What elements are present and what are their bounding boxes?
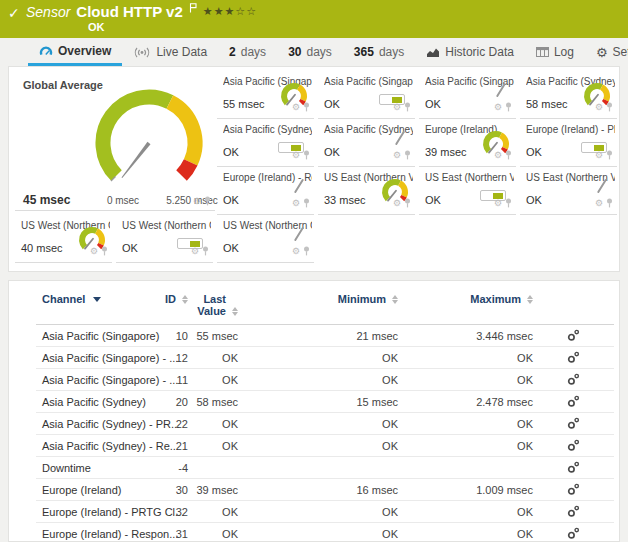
gear-icon[interactable]: ⚙	[191, 247, 199, 256]
pin-icon[interactable]	[404, 102, 411, 112]
gear-icon[interactable]: ⚙	[494, 199, 502, 208]
gear-icon[interactable]: ⚙	[393, 103, 401, 112]
channel-tile[interactable]: Asia Pacific (Singapore) 55 msec ⚙	[217, 71, 314, 119]
table-row: Europe (Ireland) - Respon... 31 OK OK OK	[36, 523, 614, 542]
cell-channel[interactable]: Asia Pacific (Sydney) - PR...	[36, 418, 148, 430]
channel-tile[interactable]: Asia Pacific (Sydney) - PRTG ... OK ⚙	[217, 119, 314, 167]
pin-icon[interactable]	[101, 246, 108, 256]
channel-settings-icon[interactable]	[567, 329, 580, 342]
channel-tile[interactable]: US East (Northern Virginia) 33 msec ⚙	[318, 167, 415, 215]
priority-stars[interactable]: ★★★☆☆	[203, 5, 257, 18]
tab-30-days[interactable]: 30 days	[277, 38, 343, 66]
cell-channel[interactable]: Europe (Ireland)	[36, 484, 148, 496]
pin-icon[interactable]	[404, 150, 411, 160]
header-id[interactable]: ID	[148, 293, 188, 305]
tab-log[interactable]: Log	[525, 38, 585, 66]
channel-settings-icon[interactable]	[567, 505, 580, 518]
cell-maximum: OK	[398, 506, 533, 518]
channel-tile[interactable]: Asia Pacific (Sydney) - Respo... OK ⚙	[318, 119, 415, 167]
channel-tile-title: US West (Northern California)...	[122, 220, 211, 231]
cell-channel[interactable]: Asia Pacific (Singapore) - ...	[36, 352, 148, 364]
tab-365-days[interactable]: 365 days	[343, 38, 415, 66]
tab-2-days[interactable]: 2 days	[218, 38, 277, 66]
channel-settings-icon[interactable]	[567, 373, 580, 386]
channel-tile[interactable]: Asia Pacific (Singapore) - PR... OK ⚙	[318, 71, 415, 119]
pin-icon[interactable]	[505, 102, 512, 112]
pin-icon[interactable]	[303, 150, 310, 160]
channel-settings-icon[interactable]	[567, 483, 580, 496]
cell-channel[interactable]: Asia Pacific (Singapore) - ...	[36, 374, 148, 386]
gear-icon[interactable]: ⚙	[595, 151, 603, 160]
main-gauge-tile[interactable]: Global Average 0 msec 5.250 msec 45 msec…	[15, 71, 215, 211]
pin-icon[interactable]	[303, 246, 310, 256]
pin-icon[interactable]	[303, 102, 310, 112]
channel-tile[interactable]: Asia Pacific (Singapore) - Res... OK ⚙	[419, 71, 516, 119]
channel-tile[interactable]: Europe (Ireland) - Response C... OK ⚙	[217, 167, 314, 215]
broadcast-icon	[133, 47, 151, 58]
channel-tile[interactable]: US East (Northern Virginia) - ... OK ⚙	[520, 167, 617, 215]
cell-channel[interactable]: Europe (Ireland) - Respon...	[36, 528, 148, 540]
gear-icon[interactable]: ⚙	[494, 151, 502, 160]
header-last-value[interactable]: Last Value	[188, 293, 238, 317]
gear-icon[interactable]: ⚙	[292, 199, 300, 208]
channel-tile-value: OK	[223, 194, 239, 206]
cell-last-value: OK	[188, 418, 238, 430]
channel-tile-title: US West (Northern California)...	[223, 220, 312, 231]
channel-tile-value: 39 msec	[425, 146, 467, 158]
tab-log-label: Log	[554, 45, 574, 59]
gear-icon[interactable]: ⚙	[393, 151, 401, 160]
cell-channel[interactable]: Europe (Ireland) - PRTG Cl...	[36, 506, 148, 518]
pin-icon[interactable]	[505, 198, 512, 208]
gear-icon[interactable]: ⚙	[595, 103, 603, 112]
pin-icon[interactable]	[204, 196, 211, 206]
channel-settings-icon[interactable]	[567, 417, 580, 430]
gear-icon[interactable]: ⚙	[393, 199, 401, 208]
tab-historic-data[interactable]: Historic Data	[415, 38, 525, 66]
gear-icon[interactable]: ⚙	[595, 199, 603, 208]
channel-tile[interactable]: US East (Northern Virginia) - ... OK ⚙	[419, 167, 516, 215]
channel-settings-icon[interactable]	[567, 461, 580, 474]
cell-channel[interactable]: Asia Pacific (Sydney) - Re...	[36, 440, 148, 452]
channel-settings-icon[interactable]	[567, 395, 580, 408]
gear-icon[interactable]: ⚙	[292, 247, 300, 256]
gear-icon[interactable]: ⚙	[292, 103, 300, 112]
header-minimum[interactable]: Minimum	[238, 293, 398, 305]
cell-channel[interactable]: Asia Pacific (Singapore)	[36, 330, 148, 342]
tab-settings[interactable]: ⚙ Settings	[585, 38, 628, 66]
header-maximum[interactable]: Maximum	[398, 293, 533, 305]
table-row: Asia Pacific (Singapore) - ... 12 OK OK …	[36, 347, 614, 369]
gear-icon[interactable]: ⚙	[193, 197, 201, 206]
cell-maximum: OK	[398, 352, 533, 364]
pin-icon[interactable]	[606, 198, 613, 208]
channel-tile[interactable]: Asia Pacific (Sydney) 58 msec ⚙	[520, 71, 617, 119]
pin-icon[interactable]	[303, 198, 310, 208]
cell-channel[interactable]: Downtime	[36, 462, 148, 474]
gear-icon[interactable]: ⚙	[292, 151, 300, 160]
channel-settings-icon[interactable]	[567, 527, 580, 540]
channel-tile[interactable]: Europe (Ireland) 39 msec ⚙	[419, 119, 516, 167]
header-channel[interactable]: Channel	[36, 293, 148, 305]
channel-tile[interactable]: US West (Northern California) 40 msec ⚙	[15, 215, 112, 263]
channel-tile[interactable]: US West (Northern California)... OK ⚙	[116, 215, 213, 263]
pin-icon[interactable]	[606, 102, 613, 112]
pin-icon[interactable]	[202, 246, 209, 256]
tab-overview[interactable]: Overview	[28, 38, 122, 66]
pin-icon[interactable]	[505, 150, 512, 160]
pin-icon[interactable]	[606, 150, 613, 160]
gear-icon[interactable]: ⚙	[494, 103, 502, 112]
gauge-icon	[39, 45, 53, 57]
sort-icon	[232, 307, 238, 316]
tab-live-data-label: Live Data	[156, 45, 207, 59]
table-row: Asia Pacific (Singapore) 10 55 msec 21 m…	[36, 325, 614, 347]
channel-tile[interactable]: Europe (Ireland) - PRTG Cloud... OK ⚙	[520, 119, 617, 167]
pin-icon[interactable]	[404, 198, 411, 208]
cell-id: 21	[148, 440, 188, 452]
gear-icon[interactable]: ⚙	[90, 247, 98, 256]
channel-tile-title: Europe (Ireland) - PRTG Cloud...	[526, 124, 615, 135]
channel-settings-icon[interactable]	[567, 351, 580, 364]
tab-live-data[interactable]: Live Data	[122, 38, 218, 66]
channel-settings-icon[interactable]	[567, 439, 580, 452]
channel-tile[interactable]: US West (Northern California)... OK ⚙	[217, 215, 314, 263]
cell-channel[interactable]: Asia Pacific (Sydney)	[36, 396, 148, 408]
tab-settings-label: Settings	[613, 45, 628, 59]
